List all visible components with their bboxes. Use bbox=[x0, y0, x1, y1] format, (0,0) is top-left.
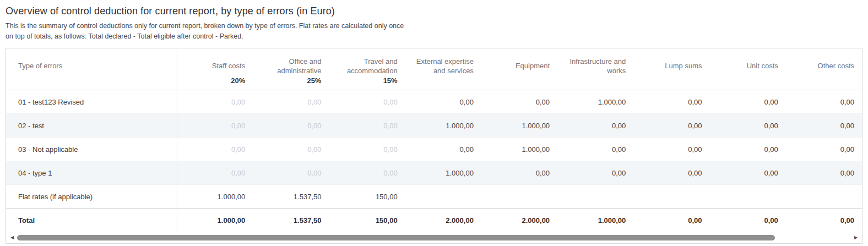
column-label: Other costs bbox=[794, 56, 854, 76]
table-row-02-test: 02 - test0,000,000,001.000,001.000,000,0… bbox=[6, 114, 862, 138]
cell: 0,00 bbox=[481, 90, 557, 114]
table-row-04-type-1: 04 - type 10,000,000,001.000,000,000,000… bbox=[6, 161, 862, 185]
cell: 0,00 bbox=[177, 114, 253, 138]
column-flat-rate bbox=[18, 76, 169, 86]
cell: 0,00 bbox=[710, 161, 786, 185]
cell: 0,00 bbox=[481, 161, 557, 185]
column-flat-rate bbox=[565, 76, 626, 86]
table-row-01-test123-revised: 01 - test123 Revised0,000,000,000,000,00… bbox=[6, 90, 862, 114]
cell: 0,00 bbox=[557, 161, 633, 185]
row-label: 02 - test bbox=[6, 114, 177, 138]
cell: 0,00 bbox=[710, 209, 786, 232]
column-flat-rate bbox=[641, 76, 702, 86]
cell bbox=[557, 185, 633, 209]
cell: 1.000,00 bbox=[557, 209, 633, 232]
cell: 0,00 bbox=[329, 138, 405, 161]
column-header-office-and-administrative: Office and administrative25% bbox=[253, 48, 329, 90]
cell bbox=[710, 185, 786, 209]
cell: 0,00 bbox=[329, 114, 405, 138]
page-description: This is the summary of control deduction… bbox=[6, 21, 404, 42]
row-label: Flat rates (if applicable) bbox=[6, 185, 177, 209]
cell: 0,00 bbox=[557, 138, 633, 161]
cell bbox=[633, 185, 709, 209]
cell: 0,00 bbox=[253, 90, 329, 114]
row-label: 03 - Not applicable bbox=[6, 138, 177, 161]
cell: 0,00 bbox=[786, 90, 862, 114]
cell: 0,00 bbox=[329, 90, 405, 114]
cell: 0,00 bbox=[786, 161, 862, 185]
cell: 0,00 bbox=[633, 114, 709, 138]
column-flat-rate bbox=[413, 76, 474, 86]
cell: 150,00 bbox=[329, 185, 405, 209]
cell: 0,00 bbox=[633, 138, 709, 161]
cell: 150,00 bbox=[329, 209, 405, 232]
column-flat-rate: 15% bbox=[337, 76, 397, 86]
cell: 0,00 bbox=[633, 161, 709, 185]
cell: 1.000,00 bbox=[405, 161, 481, 185]
column-label: Type of errors bbox=[18, 56, 169, 76]
page: Overview of control deduction for curren… bbox=[0, 0, 868, 244]
row-label: 04 - type 1 bbox=[6, 161, 177, 185]
table-header-row: Type of errors Staff costs20%Office and … bbox=[6, 48, 862, 90]
column-flat-rate bbox=[718, 76, 778, 86]
column-label: Staff costs bbox=[185, 56, 246, 76]
cell: 1.000,00 bbox=[177, 185, 253, 209]
cell: 1.000,00 bbox=[481, 138, 557, 161]
cell: 0,00 bbox=[633, 209, 709, 232]
column-header-staff-costs: Staff costs20% bbox=[177, 48, 253, 90]
cell: 0,00 bbox=[253, 161, 329, 185]
cell: 0,00 bbox=[786, 114, 862, 138]
control-deduction-table: Type of errors Staff costs20%Office and … bbox=[6, 48, 862, 232]
cell: 0,00 bbox=[710, 90, 786, 114]
column-label: Unit costs bbox=[718, 56, 778, 76]
cell: 1.000,00 bbox=[481, 114, 557, 138]
cell: 0,00 bbox=[557, 114, 633, 138]
column-header-travel-and-accommodation: Travel and accommodation15% bbox=[329, 48, 405, 90]
table-head: Type of errors Staff costs20%Office and … bbox=[6, 48, 862, 90]
cell bbox=[481, 185, 557, 209]
cell: 0,00 bbox=[253, 114, 329, 138]
scroll-right-icon[interactable]: ▶ bbox=[853, 234, 859, 241]
cell: 1.000,00 bbox=[557, 90, 633, 114]
column-header-other-costs: Other costs bbox=[786, 48, 862, 90]
column-label: Infrastructure and works bbox=[565, 56, 626, 76]
column-header-infrastructure-and-works: Infrastructure and works bbox=[557, 48, 633, 90]
cell: 0,00 bbox=[405, 90, 481, 114]
cell: 0,00 bbox=[786, 209, 862, 232]
scrollbar-track[interactable] bbox=[15, 234, 853, 241]
column-flat-rate: 25% bbox=[261, 76, 321, 86]
column-flat-rate bbox=[794, 76, 854, 86]
column-header-unit-costs: Unit costs bbox=[710, 48, 786, 90]
cell: 1.000,00 bbox=[405, 114, 481, 138]
table-body: 01 - test123 Revised0,000,000,000,000,00… bbox=[6, 90, 862, 232]
page-title: Overview of control deduction for curren… bbox=[6, 6, 862, 17]
row-label: 01 - test123 Revised bbox=[6, 90, 177, 114]
control-deduction-table-container: Type of errors Staff costs20%Office and … bbox=[6, 48, 862, 244]
column-header-external-expertise-and-services: External expertise and services bbox=[405, 48, 481, 90]
cell: 0,00 bbox=[177, 90, 253, 114]
column-flat-rate bbox=[489, 76, 550, 86]
column-label: Travel and accommodation bbox=[337, 56, 397, 76]
cell: 1.537,50 bbox=[253, 209, 329, 232]
table-row-flat-rates-if-applicable: Flat rates (if applicable)1.000,001.537,… bbox=[6, 185, 862, 209]
cell: 0,00 bbox=[405, 138, 481, 161]
cell: 0,00 bbox=[710, 114, 786, 138]
table-row-03-not-applicable: 03 - Not applicable0,000,000,000,001.000… bbox=[6, 138, 862, 161]
scrollbar-thumb[interactable] bbox=[17, 235, 775, 240]
scroll-left-icon[interactable]: ◀ bbox=[9, 234, 15, 241]
total-row: Total1.000,001.537,50150,002.000,002.000… bbox=[6, 209, 862, 232]
cell: 0,00 bbox=[253, 138, 329, 161]
cell: 2.000,00 bbox=[481, 209, 557, 232]
column-header-type-of-errors: Type of errors bbox=[6, 48, 177, 90]
horizontal-scrollbar[interactable]: ◀ ▶ bbox=[6, 232, 862, 243]
cell: 0,00 bbox=[329, 161, 405, 185]
cell bbox=[786, 185, 862, 209]
row-label: Total bbox=[6, 209, 177, 232]
cell: 1.537,50 bbox=[253, 185, 329, 209]
column-label: Equipment bbox=[489, 56, 550, 76]
cell: 0,00 bbox=[710, 138, 786, 161]
cell: 0,00 bbox=[786, 138, 862, 161]
cell: 0,00 bbox=[633, 90, 709, 114]
column-flat-rate: 20% bbox=[185, 76, 246, 86]
column-header-equipment: Equipment bbox=[481, 48, 557, 90]
